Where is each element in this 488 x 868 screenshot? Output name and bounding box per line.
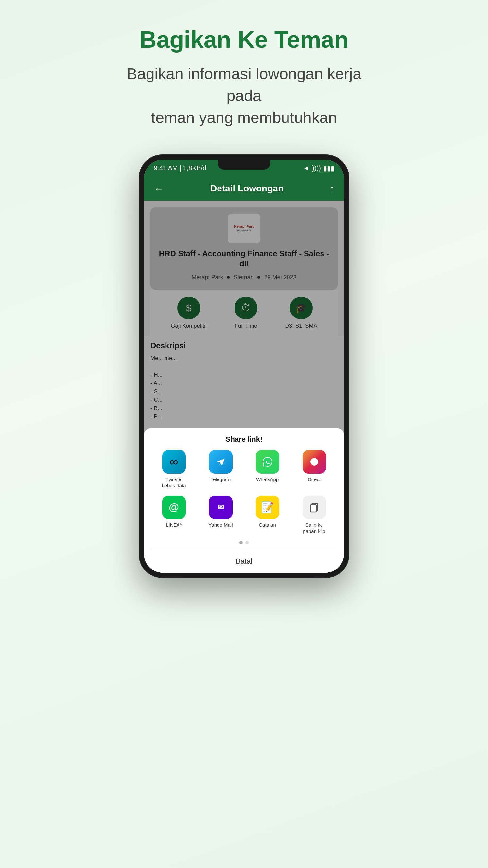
header-title: Detail Lowongan — [210, 183, 284, 194]
notes-icon: 📝 — [256, 496, 279, 519]
page-subtitle: Bagikan informasi lowongan kerja pada te… — [113, 63, 375, 129]
notes-label: Catatan — [259, 522, 276, 528]
app-copy[interactable]: Salin kepapan klip — [298, 496, 331, 534]
transfer-label: Transferbebas data — [162, 476, 186, 489]
transfer-icon: ∞ — [162, 450, 186, 474]
phone-screen: 9:41 AM | 1,8KB/d ◄ )))) ▮▮▮ ← Detail Lo… — [144, 160, 344, 573]
copy-label: Salin kepapan klip — [303, 522, 325, 534]
dots-indicator — [151, 541, 337, 544]
whatsapp-label: WhatsApp — [256, 476, 279, 483]
phone-mockup: 9:41 AM | 1,8KB/d ◄ )))) ▮▮▮ ← Detail Lo… — [139, 155, 349, 581]
battery-icon: ▮▮▮ — [323, 164, 334, 172]
signal-icon: ◄ — [303, 164, 310, 172]
phone-frame: 9:41 AM | 1,8KB/d ◄ )))) ▮▮▮ ← Detail Lo… — [139, 155, 349, 577]
copy-icon — [302, 496, 326, 519]
share-apps-row-1: ∞ Transferbebas data Telegram — [151, 450, 337, 489]
app-yahoo[interactable]: ✉ Yahoo Mail — [204, 496, 237, 534]
app-line[interactable]: @ LINE@ — [158, 496, 190, 534]
app-notes[interactable]: 📝 Catatan — [251, 496, 284, 534]
back-button[interactable]: ← — [154, 183, 164, 195]
share-button[interactable]: ↑ — [330, 183, 334, 194]
telegram-icon — [209, 450, 233, 474]
page-header: Bagikan Ke Teman Bagikan informasi lowon… — [113, 26, 375, 129]
content-area: Merapi Park Yogyakarta HRD Staff - Accou… — [144, 200, 344, 573]
status-time: 9:41 AM | 1,8KB/d — [154, 164, 206, 172]
direct-icon — [302, 450, 326, 474]
yahoo-icon: ✉ — [209, 496, 233, 519]
share-title: Share link! — [151, 435, 337, 443]
app-direct[interactable]: Direct — [298, 450, 331, 489]
page-title: Bagikan Ke Teman — [113, 26, 375, 53]
status-icons: ◄ )))) ▮▮▮ — [303, 164, 334, 172]
yahoo-label: Yahoo Mail — [209, 522, 233, 528]
app-telegram[interactable]: Telegram — [204, 450, 237, 489]
cancel-button[interactable]: Batal — [151, 550, 337, 573]
app-transfer[interactable]: ∞ Transferbebas data — [158, 450, 190, 489]
line-icon: @ — [162, 496, 186, 519]
svg-rect-1 — [311, 505, 316, 512]
line-label: LINE@ — [166, 522, 182, 528]
share-sheet: Share link! ∞ Transferbebas data — [144, 428, 344, 573]
share-apps-row-2: @ LINE@ ✉ Yahoo Mail 📝 Catatan — [151, 496, 337, 534]
dot-1 — [239, 541, 243, 544]
app-whatsapp[interactable]: WhatsApp — [251, 450, 284, 489]
dot-2 — [245, 541, 249, 544]
telegram-label: Telegram — [210, 476, 231, 483]
whatsapp-icon — [256, 450, 279, 474]
wifi-icon: )))) — [312, 164, 321, 172]
phone-notch — [218, 160, 270, 169]
app-header: ← Detail Lowongan ↑ — [144, 177, 344, 200]
direct-label: Direct — [308, 476, 321, 483]
